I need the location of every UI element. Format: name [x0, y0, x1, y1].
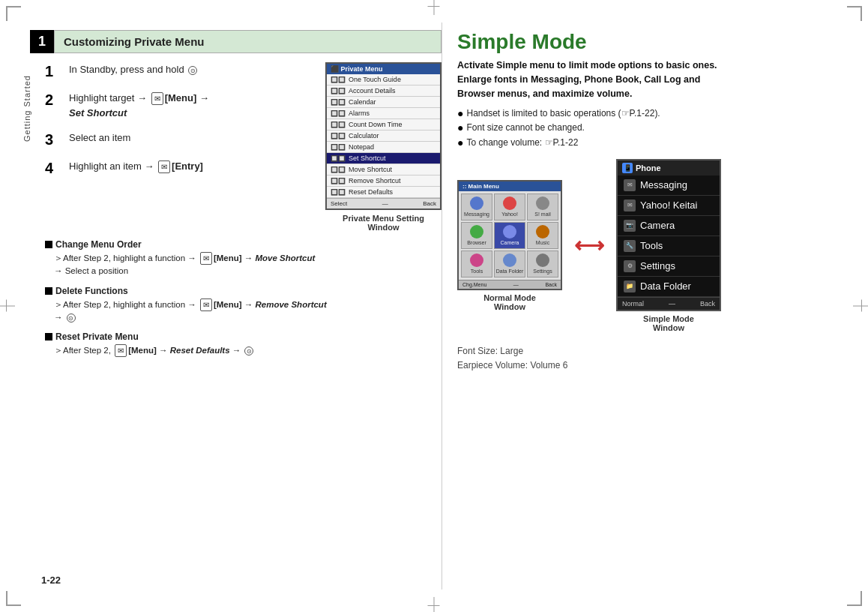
- grid-icon: [536, 225, 549, 238]
- sm-icon-messaging: ✉: [624, 179, 636, 191]
- grid-icon: [503, 254, 516, 267]
- crosshair-left: [0, 306, 15, 307]
- sub-sections: Change Menu Order ＞After Step 2, highlig…: [30, 239, 441, 364]
- black-square-icon: [45, 287, 52, 295]
- simple-item-settings: ⚙ Settings: [618, 256, 720, 277]
- normal-grid: Messaging Yahoo! S! mail: [459, 191, 561, 280]
- phone-menu-item: 🔲🔲 Account Details: [327, 86, 440, 97]
- grid-cell-settings: Settings: [527, 250, 558, 278]
- step-4-num: 4: [45, 159, 63, 177]
- sm-icon-camera: 📷: [624, 220, 636, 232]
- phone-menu-item: 🔲🔲 Notepad: [327, 142, 440, 153]
- crosshair-right: [853, 306, 868, 307]
- mode-comparison: :: Main Menu Messaging Yahoo!: [457, 159, 831, 332]
- bullet-item-2: ● Font size cannot be changed.: [457, 121, 831, 135]
- normal-footer-chgmenu: Chg.Menu: [462, 282, 486, 287]
- simple-footer: Normal — Back: [618, 297, 720, 310]
- normal-footer-mid: —: [513, 282, 519, 287]
- sm-icon-datafolder: 📁: [624, 280, 636, 292]
- footer-mid: —: [382, 200, 388, 207]
- step-3-text: Select an item: [69, 130, 313, 146]
- delete-body: ＞After Step 2, highlight a function → ✉[…: [45, 298, 441, 325]
- section-header: 1 Customizing Private Menu: [30, 30, 441, 53]
- phone-menu-item: 🔲🔲 Calendar: [327, 97, 440, 108]
- phone-icon: 📱: [622, 163, 633, 173]
- step-3: 3 Select an item: [45, 130, 313, 148]
- bullet-item-3: ● To change volume: ☞P.1-22: [457, 136, 831, 150]
- normal-mode-caption: Normal ModeWindow: [483, 293, 536, 311]
- section-title: Customizing Private Menu: [54, 30, 441, 53]
- grid-icon: [470, 225, 483, 238]
- menu-icon-reset: ✉: [115, 344, 127, 357]
- step-1-num: 1: [45, 62, 63, 80]
- delete-title: Delete Functions: [45, 286, 441, 296]
- phone-screenshot: ⬛ Private Menu 🔲🔲 One Touch Guide 🔲🔲 Acc…: [325, 62, 441, 232]
- section-number: 1: [30, 30, 54, 53]
- crosshair-bottom: [434, 597, 435, 612]
- change-menu-order: Change Menu Order ＞After Step 2, highlig…: [45, 239, 441, 278]
- delete-functions: Delete Functions ＞After Step 2, highligh…: [45, 286, 441, 325]
- volume-info: Earpiece Volume: Volume 6: [457, 358, 831, 373]
- normal-mode-window: :: Main Menu Messaging Yahoo!: [457, 180, 562, 311]
- simple-item-camera: 📷 Camera: [618, 216, 720, 236]
- normal-titlebar: :: Main Menu: [459, 182, 561, 191]
- step-4: 4 Highlight an item → ✉[Entry]: [45, 159, 313, 177]
- corner-mark-tl: [6, 6, 21, 21]
- footer-select: Select: [331, 200, 347, 207]
- phone-screen: ⬛ Private Menu 🔲🔲 One Touch Guide 🔲🔲 Acc…: [325, 62, 441, 210]
- phone-title-text: ⬛ Private Menu: [331, 65, 383, 73]
- content-area: 1 In Standby, press and hold ⊙ 2 Highlig…: [30, 62, 441, 232]
- phone-menu-item: 🔲🔲 Reset Defaults: [327, 187, 440, 198]
- phone-footer: Select — Back: [327, 198, 440, 208]
- bullet-text-1: Handset is limited to basic operations (…: [466, 106, 660, 121]
- black-square-icon: [45, 333, 52, 340]
- simple-item-tools: 🔧 Tools: [618, 236, 720, 256]
- menu-label-step2: [Menu]: [165, 92, 197, 104]
- grid-icon: [536, 196, 549, 210]
- step-3-num: 3: [45, 130, 63, 148]
- phone-menu-item: 🔲🔲 Move Shortcut: [327, 164, 440, 176]
- step-2-text: Highlight target → ✉[Menu] → Set Shortcu…: [69, 91, 313, 120]
- simple-item-messaging: ✉ Messaging: [618, 176, 720, 196]
- step-4-text: Highlight an item → ✉[Entry]: [69, 159, 313, 174]
- menu-icon-step2: ✉: [151, 92, 163, 105]
- grid-icon: [536, 254, 549, 267]
- normal-footer-back: Back: [545, 282, 557, 287]
- font-size-info: Font Size: Large: [457, 344, 831, 358]
- step-1-text: In Standby, press and hold ⊙: [69, 62, 313, 77]
- crosshair-top: [434, 0, 435, 15]
- bullet-list: ● Handset is limited to basic operations…: [457, 106, 831, 150]
- standby-icon: ⊙: [188, 66, 197, 75]
- grid-cell-shmail: S! mail: [527, 194, 558, 220]
- normal-screen: :: Main Menu Messaging Yahoo!: [457, 180, 562, 290]
- corner-mark-tr: [847, 6, 862, 21]
- phone-menu-item: 🔲🔲 Calculator: [327, 130, 440, 142]
- normal-footer: Chg.Menu — Back: [459, 280, 561, 289]
- grid-cell-messaging: Messaging: [461, 194, 492, 220]
- phone-menu-item-selected: 🔲🔲 Set Shortcut: [327, 153, 440, 164]
- bullet-item-1: ● Handset is limited to basic operations…: [457, 106, 831, 121]
- grid-icon: [503, 196, 516, 210]
- simple-item-datafolder: 📁 Data Folder: [618, 277, 720, 297]
- step-2-num: 2: [45, 91, 63, 109]
- grid-cell-browser: Browser: [461, 222, 492, 249]
- simple-title-text: Phone: [636, 164, 661, 172]
- mode-arrow: ⟷: [574, 233, 604, 258]
- sm-icon-tools: 🔧: [624, 240, 636, 252]
- simple-mode-window: 📱 Phone ✉ Messaging ✉ Yahoo! Keitai 📷 Ca…: [616, 159, 721, 332]
- step-2: 2 Highlight target → ✉[Menu] → Set Short…: [45, 91, 313, 120]
- grid-cell-camera: Camera: [494, 222, 525, 249]
- simple-footer-mid: —: [669, 300, 675, 308]
- bullet-text-3: To change volume: ☞P.1-22: [466, 136, 578, 150]
- grid-cell-yahoo: Yahoo!: [494, 194, 525, 220]
- grid-icon: [503, 225, 516, 238]
- grid-icon: [470, 196, 483, 210]
- simple-mode-caption: Simple ModeWindow: [643, 314, 694, 332]
- mode-info: Font Size: Large Earpiece Volume: Volume…: [457, 344, 831, 373]
- bullet-text-2: Font size cannot be changed.: [466, 121, 584, 135]
- phone-menu-item: 🔲🔲 Count Down Time: [327, 119, 440, 130]
- set-shortcut-label: Set Shortcut: [69, 107, 127, 118]
- phone-caption: Private Menu SettingWindow: [325, 214, 441, 232]
- footer-back: Back: [423, 200, 436, 207]
- simple-titlebar: 📱 Phone: [618, 160, 720, 176]
